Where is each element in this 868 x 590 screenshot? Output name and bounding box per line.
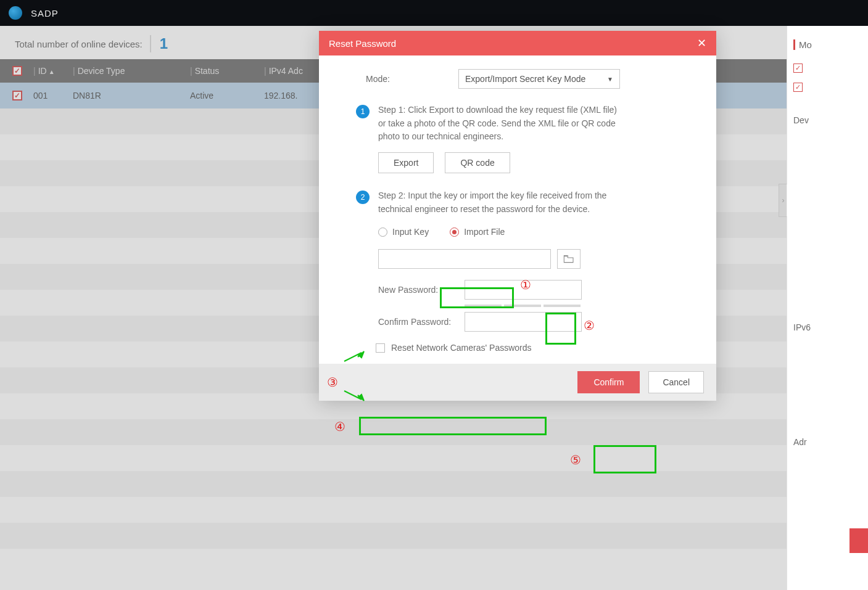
radio-input-key-label: Input Key [392, 227, 429, 237]
reset-cameras-label: Reset Network Cameras' Passwords [391, 343, 532, 353]
modal-title-bar: Reset Password ✕ [319, 31, 716, 55]
col-id[interactable]: |ID▲ [28, 66, 68, 76]
expand-panel-button[interactable]: › [779, 184, 787, 217]
cell-id: 001 [28, 91, 68, 100]
cell-status: Active [185, 91, 259, 100]
step-marker-1: 1 [356, 105, 370, 118]
side-label-2: IPv6 [793, 322, 862, 332]
total-devices-label: Total number of online devices: [15, 39, 143, 49]
chevron-down-icon: ▼ [607, 76, 613, 83]
radio-import-file[interactable]: Import File [444, 224, 511, 239]
folder-icon [563, 255, 574, 263]
reset-password-modal: Reset Password ✕ Mode: Export/Import Sec… [319, 31, 716, 401]
total-devices-count: 1 [150, 35, 168, 52]
step2-text: Step 2: Input the key or import the key … [378, 189, 625, 216]
modal-title: Reset Password [329, 38, 396, 49]
side-red-block [849, 528, 868, 553]
qr-code-button[interactable]: QR code [445, 152, 510, 173]
select-all-checkbox[interactable] [12, 66, 22, 76]
title-bar: SADP [0, 0, 868, 26]
app-name: SADP [31, 8, 59, 18]
side-check-2[interactable] [793, 83, 803, 92]
app-logo-icon [9, 6, 22, 20]
step-marker-2: 2 [356, 191, 370, 204]
radio-input-key[interactable]: Input Key [378, 227, 429, 237]
side-panel-header: Mo [793, 39, 862, 50]
confirm-button[interactable]: Confirm [577, 371, 640, 393]
close-icon[interactable]: ✕ [697, 36, 706, 50]
password-strength-meter [465, 305, 695, 307]
side-panel: Mo Dev IPv6 Adr › [787, 26, 868, 590]
col-device-type[interactable]: |Device Type [68, 66, 185, 76]
export-button[interactable]: Export [378, 152, 434, 173]
new-password-input[interactable] [465, 280, 582, 300]
cancel-button[interactable]: Cancel [648, 371, 704, 393]
radio-import-file-label: Import File [464, 227, 505, 237]
side-label-3: Adr [793, 437, 862, 447]
modal-footer: Confirm Cancel [319, 364, 716, 401]
cell-type: DN81R [68, 91, 185, 100]
mode-select-value: Export/Import Secret Key Mode [465, 74, 585, 84]
confirm-password-label: Confirm Password: [378, 317, 465, 327]
step1-text: Step 1: Click Export to download the key… [378, 104, 625, 144]
reset-cameras-checkbox[interactable] [376, 343, 385, 353]
browse-button[interactable] [557, 249, 581, 269]
col-status[interactable]: |Status [185, 66, 259, 76]
row-checkbox[interactable] [12, 91, 22, 100]
side-check-1[interactable] [793, 64, 803, 73]
file-path-input[interactable] [378, 249, 551, 269]
side-label-1: Dev [793, 115, 862, 125]
new-password-label: New Password: [378, 285, 465, 295]
mode-select[interactable]: Export/Import Secret Key Mode ▼ [458, 69, 620, 89]
mode-label: Mode: [366, 74, 458, 84]
confirm-password-input[interactable] [465, 312, 582, 332]
